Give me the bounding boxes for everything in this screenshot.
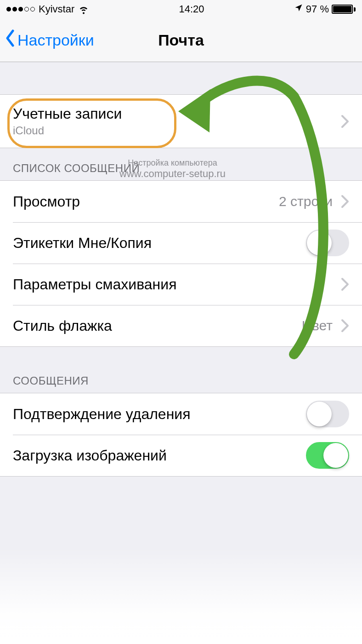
load-images-cell[interactable]: Загрузка изображений	[0, 435, 362, 476]
chevron-right-icon	[341, 115, 349, 128]
messages-group: Подтверждение удаления Загрузка изображе…	[0, 393, 362, 477]
accounts-cell[interactable]: Учетные записи iCloud	[0, 95, 362, 148]
accounts-subtitle: iCloud	[13, 124, 341, 137]
status-bar: Kyivstar 14:20 97 %	[0, 0, 362, 18]
battery-icon	[332, 5, 356, 14]
flag-style-cell[interactable]: Стиль флажка Цвет	[0, 305, 362, 346]
preview-cell[interactable]: Просмотр 2 строки	[0, 181, 362, 222]
page-title: Почта	[158, 31, 204, 49]
spacer	[0, 62, 362, 94]
battery-percent: 97 %	[306, 3, 329, 15]
section-header-list: СПИСОК СООБЩЕНИЙ	[0, 148, 362, 180]
back-button[interactable]: Настройки	[0, 29, 94, 51]
chevron-right-icon	[341, 277, 349, 291]
preview-label: Просмотр	[13, 193, 279, 210]
confirm-delete-switch[interactable]	[306, 401, 349, 427]
load-images-label: Загрузка изображений	[13, 447, 306, 464]
labels-me-cc-switch[interactable]	[306, 230, 349, 256]
cellular-signal-icon	[6, 7, 35, 12]
chevron-right-icon	[341, 319, 349, 333]
confirm-delete-cell[interactable]: Подтверждение удаления	[0, 393, 362, 435]
status-right: 97 %	[294, 3, 356, 15]
list-group: Просмотр 2 строки Этикетки Мне/Копия Пар…	[0, 180, 362, 347]
flag-style-value: Цвет	[302, 318, 333, 334]
wifi-icon	[78, 4, 89, 15]
load-images-switch[interactable]	[306, 442, 349, 469]
carrier-label: Kyivstar	[39, 3, 74, 15]
nav-bar: Настройки Почта	[0, 18, 362, 62]
preview-value: 2 строки	[279, 194, 333, 209]
flag-style-label: Стиль флажка	[13, 317, 302, 334]
chevron-left-icon	[5, 29, 16, 51]
back-label: Настройки	[17, 31, 94, 49]
swipe-options-cell[interactable]: Параметры смахивания	[0, 264, 362, 305]
location-icon	[294, 3, 303, 15]
fade-overlay	[0, 547, 362, 644]
section-header-messages: СООБЩЕНИЯ	[0, 347, 362, 393]
accounts-title: Учетные записи	[13, 105, 341, 122]
confirm-delete-label: Подтверждение удаления	[13, 406, 306, 423]
chevron-right-icon	[341, 195, 349, 208]
status-time: 14:20	[179, 3, 204, 15]
accounts-group: Учетные записи iCloud	[0, 94, 362, 148]
labels-me-cc-cell[interactable]: Этикетки Мне/Копия	[0, 222, 362, 264]
swipe-options-label: Параметры смахивания	[13, 276, 341, 293]
labels-me-cc-label: Этикетки Мне/Копия	[13, 235, 306, 252]
status-left: Kyivstar	[6, 3, 89, 15]
